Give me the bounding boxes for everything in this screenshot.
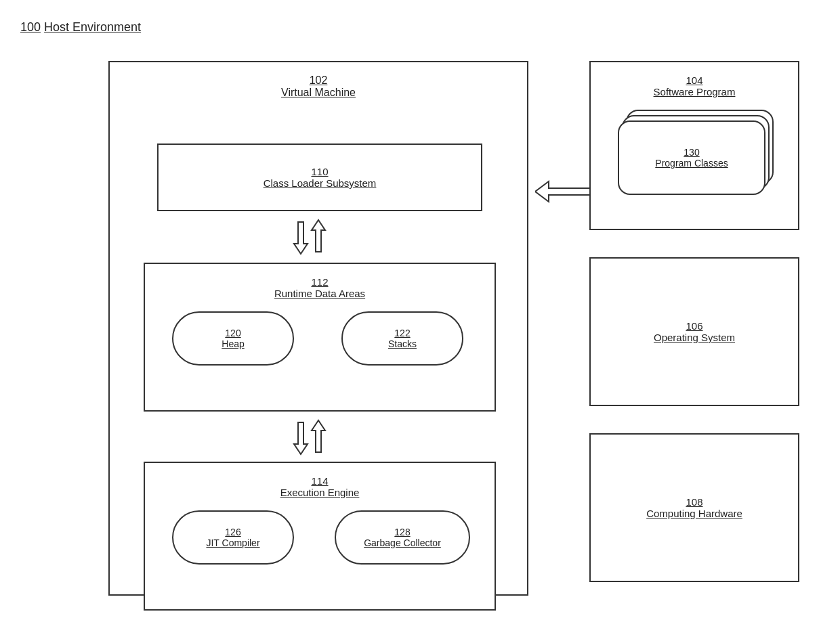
software-box: 104 Software Program 130 Program Classes (589, 61, 799, 230)
arrow-class-loader-runtime (291, 217, 332, 257)
arrow-runtime-execution (291, 417, 332, 458)
jit-label: 126 JIT Compiler (206, 527, 259, 548)
software-label: 104 Software Program (591, 74, 798, 97)
program-classes-stack: 130 Program Classes (618, 110, 774, 204)
heap-label: 120 Heap (222, 328, 244, 349)
svg-marker-2 (294, 422, 308, 454)
class-loader-box: 110 Class Loader Subsystem (157, 144, 482, 211)
stacks-label: 122 Stacks (388, 328, 417, 349)
os-label: 106 Operating System (654, 320, 735, 343)
svg-marker-0 (294, 222, 308, 254)
runtime-label: 112 Runtime Data Areas (145, 276, 495, 299)
class-loader-label: 110 Class Loader Subsystem (264, 166, 377, 189)
hw-label: 108 Computing Hardware (646, 496, 742, 519)
runtime-box: 112 Runtime Data Areas 120 Heap 122 Stac… (144, 263, 496, 412)
os-box: 106 Operating System (589, 257, 799, 406)
hw-box: 108 Computing Hardware (589, 433, 799, 582)
vm-box: 102 Virtual Machine 110 Class Loader Sub… (108, 61, 528, 596)
svg-marker-3 (312, 420, 325, 452)
diagram-container: 100 Host Environment 102 Virtual Machine… (0, 0, 840, 618)
program-classes-box: 130 Program Classes (618, 120, 765, 195)
gc-label: 128 Garbage Collector (364, 527, 441, 548)
gc-box: 128 Garbage Collector (335, 510, 470, 565)
page-title: 100 Host Environment (20, 20, 141, 35)
vm-label: 102 Virtual Machine (110, 74, 527, 99)
jit-box: 126 JIT Compiler (172, 510, 294, 565)
program-classes-label: 130 Program Classes (655, 147, 728, 169)
execution-box: 114 Execution Engine 126 JIT Compiler 12… (144, 462, 496, 611)
heap-box: 120 Heap (172, 311, 294, 366)
stacks-box: 122 Stacks (341, 311, 463, 366)
svg-marker-1 (312, 220, 325, 252)
execution-label: 114 Execution Engine (145, 475, 495, 498)
